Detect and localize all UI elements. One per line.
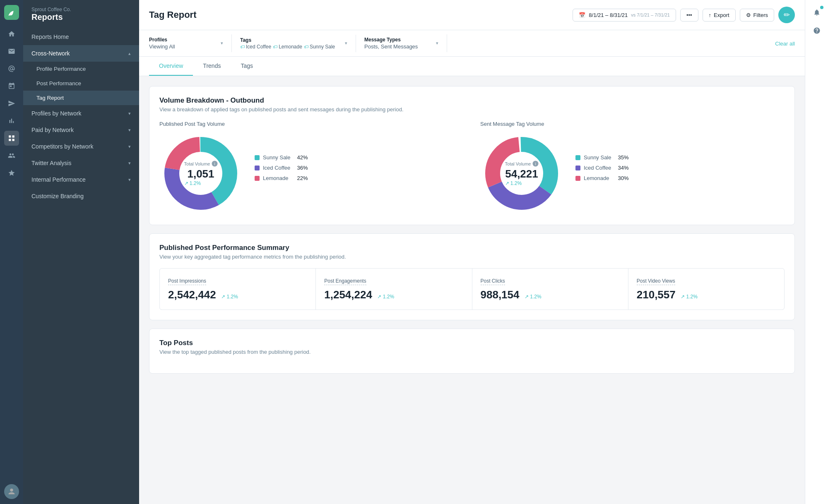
right-panel bbox=[805, 0, 828, 504]
message-types-filter[interactable]: Message Types Posts, Sent Messages ▾ bbox=[364, 34, 447, 52]
metric-engagements-label: Post Engagements bbox=[324, 278, 366, 285]
nav-icon-analytics[interactable] bbox=[4, 113, 19, 128]
sidebar-header: Sprout Coffee Co. Reports bbox=[23, 0, 139, 29]
sidebar-item-competitors[interactable]: Competitors by Network ▾ bbox=[23, 138, 139, 155]
published-legend: Sunny Sale 42% Iced Coffee 36% bbox=[255, 154, 308, 181]
metric-video-views: Post Video Views 210,557 ↗ 1.2% bbox=[628, 269, 784, 310]
sidebar-sub-tag-report[interactable]: Tag Report bbox=[23, 91, 139, 105]
tabs-bar: Overview Trends Tags bbox=[139, 57, 805, 76]
profiles-filter[interactable]: Profiles Viewing All ▾ bbox=[149, 34, 232, 52]
nav-icon-mentions[interactable] bbox=[4, 61, 19, 76]
help-button[interactable] bbox=[809, 23, 824, 38]
profiles-filter-chevron: ▾ bbox=[221, 41, 223, 46]
date-range-button[interactable]: 📅 8/1/21 – 8/31/21 vs 7/1/21 – 7/31/21 bbox=[573, 9, 676, 22]
sidebar-item-cross-network[interactable]: Cross-Network ▴ bbox=[23, 45, 139, 62]
sidebar-item-paid-by-network[interactable]: Paid by Network ▾ bbox=[23, 122, 139, 138]
iced-coffee-pct-pub: 36% bbox=[297, 165, 308, 171]
metric-video-views-value: 210,557 bbox=[637, 288, 676, 301]
topbar-actions: 📅 8/1/21 – 8/31/21 vs 7/1/21 – 7/31/21 •… bbox=[573, 7, 795, 23]
main-content: Tag Report 📅 8/1/21 – 8/31/21 vs 7/1/21 … bbox=[139, 0, 805, 504]
published-total-value: 1,051 bbox=[184, 168, 218, 180]
message-types-value: Posts, Sent Messages bbox=[364, 43, 418, 50]
sidebar-sub-profile-performance[interactable]: Profile Performance bbox=[23, 62, 139, 76]
user-avatar[interactable] bbox=[4, 484, 19, 499]
top-posts-card: Top Posts View the top tagged published … bbox=[149, 329, 795, 374]
app-logo[interactable] bbox=[4, 5, 19, 20]
content-area: Volume Breakdown - Outbound View a break… bbox=[139, 76, 805, 504]
iced-coffee-dot-pub bbox=[255, 166, 260, 170]
legend-item-sunny-sale-pub: Sunny Sale 42% bbox=[255, 154, 308, 161]
sidebar-sub-post-performance[interactable]: Post Performance bbox=[23, 76, 139, 91]
export-icon: ↑ bbox=[709, 12, 712, 18]
sunny-sale-pct-sent: 35% bbox=[618, 154, 629, 161]
sidebar: Sprout Coffee Co. Reports Reports Home C… bbox=[23, 0, 139, 504]
metric-impressions: Post Impressions 2,542,442 ↗ 1.2% bbox=[160, 269, 315, 310]
svg-rect-3 bbox=[9, 139, 11, 141]
tags-filter-values: 🏷 Iced Coffee 🏷 Lemonade 🏷 Sunny Sale bbox=[240, 44, 335, 50]
chevron-down-icon-4: ▾ bbox=[128, 161, 131, 166]
message-types-label: Message Types bbox=[364, 37, 418, 43]
published-chart-label: Published Post Tag Volume bbox=[159, 121, 242, 127]
lemonade-pct-pub: 22% bbox=[297, 175, 308, 181]
message-types-chevron: ▾ bbox=[436, 41, 438, 46]
lemonade-dot-pub bbox=[255, 176, 260, 181]
profiles-filter-value: Viewing All bbox=[149, 43, 175, 50]
filters-button[interactable]: ⚙ Filters bbox=[740, 9, 774, 22]
sunny-sale-pct-pub: 42% bbox=[297, 154, 308, 161]
sent-total-value: 54,221 bbox=[505, 168, 539, 180]
sidebar-item-branding[interactable]: Customize Branding bbox=[23, 188, 139, 204]
performance-summary-subtitle: View your key aggregated tag performance… bbox=[159, 254, 785, 260]
tab-overview[interactable]: Overview bbox=[149, 57, 193, 76]
svg-rect-0 bbox=[9, 135, 11, 137]
sunny-sale-dot-sent bbox=[575, 155, 580, 160]
sidebar-item-profiles-by-network[interactable]: Profiles by Network ▾ bbox=[23, 105, 139, 122]
chevron-down-icon-2: ▾ bbox=[128, 127, 131, 133]
tags-filter[interactable]: Tags 🏷 Iced Coffee 🏷 Lemonade 🏷 Sunny bbox=[240, 35, 356, 52]
metric-impressions-change: ↗ 1.2% bbox=[221, 294, 238, 300]
chevron-up-icon: ▴ bbox=[128, 51, 131, 56]
tag-chip-sunny-sale: 🏷 Sunny Sale bbox=[304, 44, 335, 50]
tab-trends[interactable]: Trends bbox=[193, 57, 231, 76]
nav-icon-publishing[interactable] bbox=[4, 79, 19, 94]
clear-all-button[interactable]: Clear all bbox=[775, 40, 795, 47]
tags-filter-label: Tags bbox=[240, 37, 335, 43]
metric-clicks-label: Post Clicks bbox=[481, 278, 505, 285]
nav-icon-send[interactable] bbox=[4, 96, 19, 111]
nav-icon-home[interactable] bbox=[4, 26, 19, 41]
metric-clicks: Post Clicks 988,154 ↗ 1.2% bbox=[472, 269, 628, 310]
lemonade-dot-sent bbox=[575, 176, 580, 181]
volume-breakdown-subtitle: View a breakdown of applied tags on publ… bbox=[159, 106, 785, 113]
nav-icon-reports[interactable] bbox=[4, 131, 19, 146]
sidebar-item-twitter[interactable]: Twitter Analysis ▾ bbox=[23, 155, 139, 171]
date-range-value: 8/1/21 – 8/31/21 bbox=[589, 12, 628, 18]
notification-button[interactable] bbox=[809, 5, 824, 20]
sent-donut-center: Total Volume i 54,221 ↗ 1.2% bbox=[505, 161, 539, 186]
nav-icon-team[interactable] bbox=[4, 148, 19, 163]
filter-bar: Profiles Viewing All ▾ Tags 🏷 Iced Coffe… bbox=[139, 30, 805, 57]
sidebar-item-reports-home[interactable]: Reports Home bbox=[23, 29, 139, 45]
compose-button[interactable]: ✏ bbox=[778, 7, 795, 23]
svg-rect-1 bbox=[12, 135, 14, 137]
metric-video-views-label: Post Video Views bbox=[637, 278, 675, 285]
iced-coffee-dot-sent bbox=[575, 166, 580, 170]
metric-clicks-value: 988,154 bbox=[481, 288, 520, 301]
metric-engagements-value: 1,254,224 bbox=[324, 288, 372, 301]
compose-icon: ✏ bbox=[784, 10, 790, 19]
tab-tags[interactable]: Tags bbox=[231, 57, 263, 76]
legend-item-iced-coffee-pub: Iced Coffee 36% bbox=[255, 165, 308, 171]
volume-breakdown-card: Volume Breakdown - Outbound View a break… bbox=[149, 86, 795, 225]
company-name: Sprout Coffee Co. bbox=[31, 7, 131, 12]
calendar-icon: 📅 bbox=[579, 12, 585, 18]
topbar: Tag Report 📅 8/1/21 – 8/31/21 vs 7/1/21 … bbox=[139, 0, 805, 30]
sidebar-item-internal[interactable]: Internal Performance ▾ bbox=[23, 171, 139, 188]
top-posts-subtitle: View the top tagged published posts from… bbox=[159, 349, 785, 355]
published-donut-center: Total Volume i 1,051 ↗ 1.2% bbox=[184, 161, 218, 186]
export-button[interactable]: ↑ Export bbox=[703, 9, 736, 22]
nav-icon-star[interactable] bbox=[4, 166, 19, 180]
sent-legend: Sunny Sale 35% Iced Coffee 34% bbox=[575, 154, 629, 181]
tag-chip-iced-coffee: 🏷 Iced Coffee bbox=[240, 44, 271, 50]
sidebar-nav: Reports Home Cross-Network ▴ Profile Per… bbox=[23, 29, 139, 204]
svg-rect-2 bbox=[12, 139, 14, 141]
more-options-button[interactable]: ••• bbox=[680, 9, 698, 22]
nav-icon-inbox[interactable] bbox=[4, 44, 19, 59]
